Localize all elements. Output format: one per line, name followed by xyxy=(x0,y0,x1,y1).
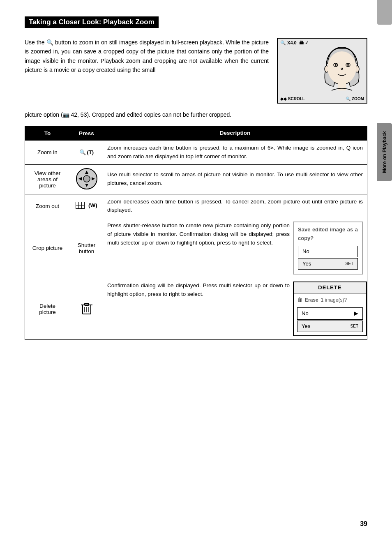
page-number: 39 xyxy=(360,520,367,528)
table-row: Zoom out (W) xyxy=(25,194,367,218)
desc-crop: Press shutter-release button to create n… xyxy=(103,218,367,278)
svg-rect-19 xyxy=(76,205,78,208)
svg-rect-21 xyxy=(82,205,84,208)
crop-set-label: SET xyxy=(346,261,353,267)
svg-rect-17 xyxy=(79,202,81,205)
grid-icon-svg xyxy=(76,202,85,209)
table-row: Deletepicture Confirmati xyxy=(25,278,367,339)
zoom-t-button: 🔍 (T) xyxy=(79,149,94,155)
note-icon: 📷 xyxy=(63,112,69,118)
zoom-level: 🔍 X4.0 xyxy=(280,40,297,46)
table-header-row: To Press Description xyxy=(25,126,367,140)
table-row: Crop picture Shutterbutton Press shutter… xyxy=(25,218,367,278)
to-crop: Crop picture xyxy=(25,218,70,278)
crop-desc-left: Press shutter-release button to create n… xyxy=(107,222,290,275)
screen-bottom-bar: ◆◆ SCROLL 🔍 ZOOM xyxy=(280,97,364,101)
top-tab xyxy=(377,0,392,25)
multi-selector-icon xyxy=(76,168,97,189)
intro-image: 🔍 X4.0 🏔 ✓ xyxy=(277,38,367,104)
desc-delete: Confirmation dialog will be displayed. P… xyxy=(103,278,367,339)
table-row: View otherareas of picture xyxy=(25,164,367,194)
grid-w-icon: (W) xyxy=(76,202,97,209)
intro-area: Use the 🔍 button to zoom in on still ima… xyxy=(25,38,367,104)
delete-option-no: No ▶ xyxy=(297,307,363,320)
header-description: Description xyxy=(103,126,367,140)
delete-option-yes: Yes SET xyxy=(297,321,363,332)
delete-set-label: SET xyxy=(350,323,358,330)
section-heading: Taking a Closer Look: Playback Zoom xyxy=(25,16,159,28)
svg-point-3 xyxy=(327,51,356,84)
crop-popup-title: Save edited image as a copy? xyxy=(298,226,358,242)
delete-popup-body: 🗑 Erase 1 image(s)? No ▶ xyxy=(294,293,366,335)
delete-popup: DELETE 🗑 Erase 1 image(s)? No xyxy=(293,282,367,336)
svg-rect-16 xyxy=(76,202,78,205)
side-tab: More on Playback xyxy=(377,123,392,181)
trash-icon xyxy=(81,302,92,315)
desc-view-areas: Use multi selector to scroll to areas of… xyxy=(103,164,367,194)
zoom-in-icon-inline: 🔍 xyxy=(46,39,53,46)
crop-option-no: No xyxy=(298,246,358,257)
erase-label: Erase xyxy=(305,296,318,304)
trash-icon-small: 🗑 xyxy=(297,296,302,304)
svg-rect-8 xyxy=(338,83,346,90)
delete-popup-header: DELETE xyxy=(294,282,366,293)
to-view-areas: View otherareas of picture xyxy=(25,164,70,194)
crop-desc-right: Save edited image as a copy? No Yes SET xyxy=(293,222,363,275)
desc-zoom-in: Zoom increases each time button is press… xyxy=(103,140,367,164)
header-to: To xyxy=(25,126,70,140)
page-container: More on Playback Taking a Closer Look: P… xyxy=(0,0,392,540)
svg-rect-20 xyxy=(79,205,81,208)
crop-option-yes: Yes SET xyxy=(298,258,358,270)
delete-split-cell: Confirmation dialog will be displayed. P… xyxy=(107,282,363,336)
side-tab-label: More on Playback xyxy=(382,131,387,173)
face-illustration xyxy=(321,45,362,92)
press-zoom-in: 🔍 (T) xyxy=(70,140,103,164)
camera-screen: 🔍 X4.0 🏔 ✓ xyxy=(277,38,367,104)
scroll-label: ◆◆ SCROLL xyxy=(280,97,305,101)
delete-desc-right: DELETE 🗑 Erase 1 image(s)? No xyxy=(293,282,363,336)
press-zoom-out: (W) xyxy=(70,194,103,218)
press-multi-selector xyxy=(70,164,103,194)
intro-bottom: picture option (📷 42, 53). Cropped and e… xyxy=(25,110,367,120)
press-shutter: Shutterbutton xyxy=(70,218,103,278)
svg-point-14 xyxy=(83,175,90,182)
erase-text: 1 image(s)? xyxy=(321,296,347,304)
crop-split-cell: Press shutter-release button to create n… xyxy=(107,222,363,275)
header-press: Press xyxy=(70,126,103,140)
to-zoom-out: Zoom out xyxy=(25,194,70,218)
desc-zoom-out: Zoom decreases each time button is press… xyxy=(103,194,367,218)
intro-text: Use the 🔍 button to zoom in on still ima… xyxy=(25,38,269,104)
delete-desc-left: Confirmation dialog will be displayed. P… xyxy=(107,282,290,336)
press-delete xyxy=(70,278,103,339)
main-table: To Press Description Zoom in 🔍 (T) Zoom … xyxy=(25,126,367,340)
svg-point-5 xyxy=(335,64,337,66)
screen-icons: 🏔 ✓ xyxy=(299,40,309,46)
svg-point-7 xyxy=(347,64,349,66)
to-zoom-in: Zoom in xyxy=(25,140,70,164)
zoom-label: 🔍 ZOOM xyxy=(346,97,364,101)
crop-popup: Save edited image as a copy? No Yes SET xyxy=(293,222,363,275)
table-row: Zoom in 🔍 (T) Zoom increases each time b… xyxy=(25,140,367,164)
svg-rect-18 xyxy=(82,202,84,205)
erase-row: 🗑 Erase 1 image(s)? xyxy=(297,296,363,304)
to-delete: Deletepicture xyxy=(25,278,70,339)
